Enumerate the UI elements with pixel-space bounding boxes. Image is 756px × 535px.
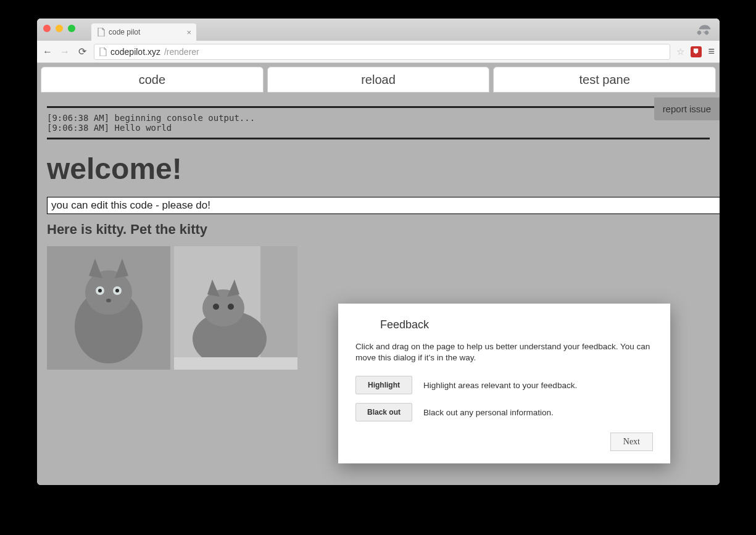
kitty-heading: Here is kitty. Pet the kitty: [47, 222, 710, 238]
minimize-window-button[interactable]: [56, 25, 63, 32]
blackout-description: Black out any personal information.: [423, 408, 554, 417]
blackout-button[interactable]: Black out: [355, 403, 412, 421]
report-issue-button[interactable]: report issue: [654, 97, 720, 120]
console-line: [9:06:38 AM] Hello world: [47, 123, 172, 133]
browser-window: code pilot × ← → ⟳ codepilot.xyz/rendere…: [37, 19, 720, 485]
console-line: [9:06:38 AM] beginning console output...: [47, 113, 255, 123]
close-tab-icon[interactable]: ×: [186, 28, 191, 37]
bookmark-star-icon[interactable]: ☆: [676, 46, 684, 57]
forward-button[interactable]: →: [59, 46, 70, 57]
console-output: [9:06:38 AM] beginning console output...…: [47, 106, 710, 139]
tab-reload[interactable]: reload: [267, 67, 490, 93]
kitty-image-1[interactable]: [47, 246, 170, 370]
site-file-icon: [99, 48, 107, 56]
tab-title: code pilot: [109, 28, 140, 36]
tab-test-pane[interactable]: test pane: [493, 67, 716, 93]
svg-point-13: [202, 289, 244, 326]
editable-strip[interactable]: you can edit this code - please do!: [47, 197, 720, 214]
window-controls: [43, 25, 75, 32]
ublock-shield-icon[interactable]: ⛊: [691, 46, 702, 57]
svg-point-17: [228, 304, 234, 310]
tab-code[interactable]: code: [41, 67, 264, 93]
highlight-description: Highlight areas relevant to your feedbac…: [423, 381, 577, 390]
feedback-dialog[interactable]: Feedback Click and drag on the page to h…: [338, 304, 670, 463]
page-viewport: code reload test pane report issue [9:06…: [37, 63, 720, 485]
feedback-title: Feedback: [380, 318, 653, 331]
svg-point-16: [213, 304, 219, 310]
svg-point-9: [106, 299, 111, 302]
welcome-heading: welcome!: [47, 152, 710, 186]
feedback-intro: Click and drag on the page to help us be…: [355, 341, 653, 363]
highlight-button[interactable]: Highlight: [355, 376, 412, 394]
url-path: /renderer: [164, 47, 199, 57]
browser-titlebar: code pilot ×: [37, 19, 720, 41]
reload-button[interactable]: ⟳: [77, 46, 88, 57]
url-host: codepilot.xyz: [110, 47, 160, 57]
kitty-image-2[interactable]: [174, 246, 297, 370]
address-bar[interactable]: codepilot.xyz/renderer: [94, 44, 670, 60]
svg-rect-18: [174, 357, 297, 370]
maximize-window-button[interactable]: [68, 25, 75, 32]
svg-point-2: [85, 270, 132, 315]
close-window-button[interactable]: [43, 25, 51, 32]
back-button[interactable]: ←: [42, 46, 53, 57]
svg-point-8: [115, 289, 119, 292]
svg-rect-11: [260, 246, 297, 370]
browser-tab[interactable]: code pilot ×: [91, 23, 196, 41]
app-topnav: code reload test pane: [37, 63, 720, 93]
next-button[interactable]: Next: [610, 433, 653, 451]
browser-menu-icon[interactable]: ≡: [708, 45, 715, 58]
browser-toolbar: ← → ⟳ codepilot.xyz/renderer ☆ ⛊ ≡: [37, 41, 720, 63]
page-icon: [98, 28, 105, 36]
svg-point-7: [98, 289, 102, 292]
incognito-icon: [696, 20, 713, 40]
